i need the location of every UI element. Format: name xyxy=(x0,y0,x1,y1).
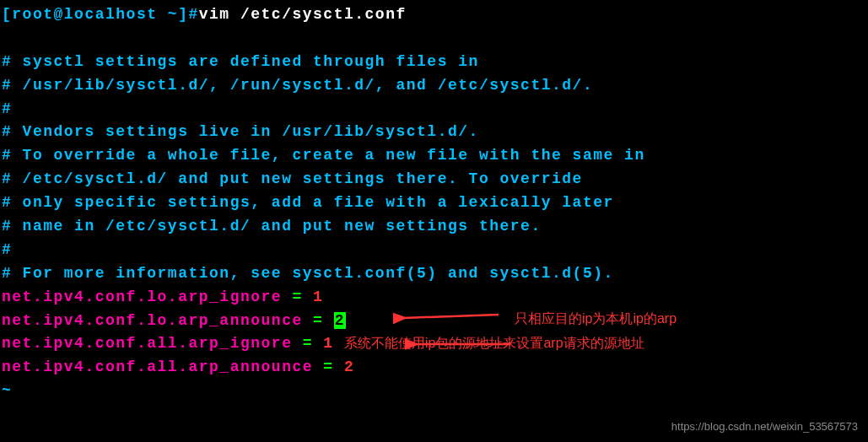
comment-line: # name in /etc/sysctl.d/ and put new set… xyxy=(2,215,866,239)
config-eq: = xyxy=(282,288,313,305)
comment-line: # sysctl settings are defined through fi… xyxy=(2,51,866,74)
vim-tilde: ~ xyxy=(2,380,866,403)
config-eq: = xyxy=(303,312,334,329)
comment-line: # Vendors settings live in /usr/lib/sysc… xyxy=(2,121,866,144)
config-key: net.ipv4.conf.lo.arp_ignore xyxy=(2,288,282,305)
config-line: net.ipv4.conf.all.arp_announce = 2 xyxy=(2,356,866,380)
annotation-text: 系统不能使用ip包的源地址来设置arp请求的源地址 xyxy=(344,336,644,350)
config-line: net.ipv4.conf.all.arp_ignore = 1 系统不能使用i… xyxy=(2,332,866,356)
config-key: net.ipv4.conf.all.arp_announce xyxy=(2,358,313,375)
user-host: [root@localhost ~]# xyxy=(2,6,199,23)
comment-line: # /etc/sysctl.d/ and put new settings th… xyxy=(2,168,866,191)
watermark-text: https://blog.csdn.net/weixin_53567573 xyxy=(671,418,858,435)
comment-line: # For more information, see sysctl.conf(… xyxy=(2,262,866,286)
config-value: 1 xyxy=(323,335,333,352)
config-value-cursor: 2 xyxy=(334,312,346,329)
annotation-text: 只相应目的ip为本机ip的arp xyxy=(515,309,677,330)
comment-line: # To override a whole file, create a new… xyxy=(2,144,866,168)
config-key: net.ipv4.conf.lo.arp_announce xyxy=(2,312,303,329)
config-line: net.ipv4.conf.lo.arp_announce = 2 xyxy=(2,310,866,333)
config-value: 2 xyxy=(344,358,354,375)
comment-line: # xyxy=(2,98,866,121)
command-text: vim /etc/sysctl.conf xyxy=(199,6,407,23)
comment-line: # only specific settings, add a file wit… xyxy=(2,191,866,215)
prompt-line: [root@localhost ~]#vim /etc/sysctl.conf xyxy=(2,3,866,27)
config-eq: = xyxy=(292,335,323,352)
config-value: 1 xyxy=(313,288,323,305)
comment-line: # xyxy=(2,239,866,262)
comment-line: # /usr/lib/sysctl.d/, /run/sysctl.d/, an… xyxy=(2,74,866,98)
config-key: net.ipv4.conf.all.arp_ignore xyxy=(2,335,292,352)
terminal-output: [root@localhost ~]#vim /etc/sysctl.conf … xyxy=(2,3,866,403)
blank-line xyxy=(2,27,866,51)
config-line: net.ipv4.conf.lo.arp_ignore = 1 xyxy=(2,286,866,310)
config-eq: = xyxy=(313,358,344,375)
